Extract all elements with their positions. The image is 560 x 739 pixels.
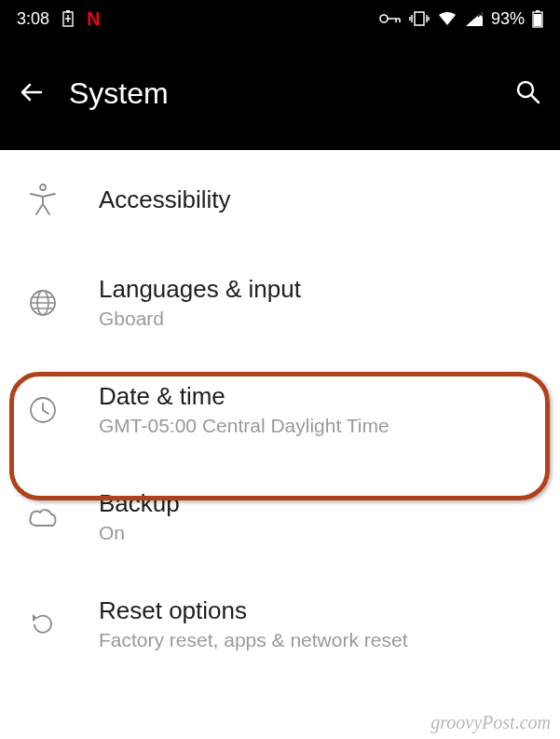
- settings-item-datetime[interactable]: Date & time GMT-05:00 Central Daylight T…: [0, 356, 560, 463]
- settings-item-title: Backup: [99, 489, 180, 518]
- settings-item-backup[interactable]: Backup On: [0, 463, 560, 570]
- settings-item-subtitle: GMT-05:00 Central Daylight Time: [99, 415, 389, 437]
- settings-item-subtitle: On: [99, 522, 180, 544]
- watermark: groovyPost.com: [430, 712, 551, 733]
- settings-item-languages[interactable]: Languages & input Gboard: [0, 249, 560, 356]
- accessibility-icon: [22, 184, 63, 215]
- status-time: 3:08: [17, 9, 49, 29]
- settings-item-title: Date & time: [99, 382, 389, 411]
- settings-item-accessibility[interactable]: Accessibility: [0, 150, 560, 249]
- status-left: 3:08 N: [17, 8, 101, 30]
- wifi-icon: [437, 10, 458, 27]
- settings-list: Accessibility Languages & input Gboard D…: [0, 150, 560, 677]
- settings-item-title: Languages & input: [99, 275, 301, 304]
- svg-point-2: [380, 15, 388, 22]
- status-right: 93%: [379, 9, 543, 29]
- battery-icon: [532, 9, 543, 28]
- netflix-icon: N: [87, 8, 100, 30]
- vibrate-icon: [409, 10, 430, 27]
- svg-rect-1: [66, 10, 70, 12]
- app-header: System: [0, 37, 560, 150]
- cloud-icon: [22, 505, 63, 529]
- settings-item-subtitle: Gboard: [99, 308, 301, 330]
- settings-item-reset[interactable]: Reset options Factory reset, apps & netw…: [0, 570, 560, 677]
- reset-icon: [22, 610, 63, 638]
- settings-item-subtitle: Factory reset, apps & network reset: [99, 629, 407, 651]
- svg-point-8: [40, 185, 46, 190]
- battery-saver-icon: [62, 10, 74, 27]
- page-title: System: [69, 76, 513, 111]
- signal-icon: [465, 10, 484, 27]
- battery-percentage: 93%: [491, 9, 525, 29]
- status-bar: 3:08 N 93%: [0, 0, 560, 37]
- globe-icon: [22, 289, 63, 317]
- clock-icon: [22, 396, 63, 424]
- key-icon: [379, 12, 402, 25]
- settings-item-title: Reset options: [99, 596, 407, 625]
- svg-rect-3: [415, 12, 424, 25]
- back-button[interactable]: [17, 77, 47, 111]
- svg-rect-6: [534, 14, 541, 26]
- settings-item-title: Accessibility: [99, 185, 231, 214]
- search-button[interactable]: [513, 77, 543, 111]
- svg-rect-5: [536, 10, 540, 12]
